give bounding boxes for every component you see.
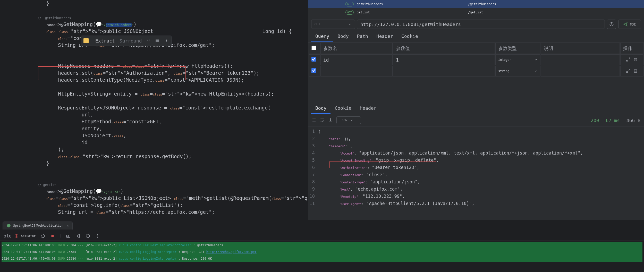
- code-line: headers.set(class="str">"Authorization",…: [12, 70, 308, 76]
- chevron-down-icon: [348, 22, 352, 26]
- svg-point-11: [7, 224, 11, 227]
- resp-tab-body[interactable]: Body: [311, 103, 331, 114]
- method-badge: GET: [345, 2, 354, 6]
- code-line: class="const">log.info(class="str">"getL…: [12, 202, 308, 209]
- svg-point-4: [166, 40, 167, 41]
- code-line: );: [12, 146, 308, 153]
- param-checkbox[interactable]: [311, 57, 316, 62]
- delete-icon[interactable]: [633, 57, 638, 63]
- expand-icon[interactable]: [626, 69, 631, 74]
- param-type-select[interactable]: integer: [498, 58, 538, 62]
- code-line: // getList: [12, 181, 308, 188]
- svg-point-16: [68, 235, 69, 237]
- svg-rect-14: [51, 235, 54, 237]
- svg-line-8: [626, 60, 628, 61]
- surround-action[interactable]: Surround: [120, 38, 142, 44]
- param-checkbox[interactable]: [311, 68, 316, 73]
- param-desc-cell[interactable]: [541, 66, 620, 76]
- tab-query[interactable]: Query: [311, 31, 333, 42]
- code-line: [12, 56, 308, 63]
- code-line: // getWithHeaders: [12, 14, 308, 21]
- param-name-cell[interactable]: id: [320, 54, 393, 65]
- json-line: 9 "Host": "echo.apifox.com",: [308, 186, 644, 193]
- json-line: 4 "Accept": "application/json, applicati…: [308, 150, 644, 157]
- chevron-down-icon: [350, 118, 353, 122]
- scroll-icon[interactable]: [85, 233, 91, 239]
- http-method-select[interactable]: GET: [311, 20, 355, 29]
- close-icon[interactable]: ×: [67, 224, 69, 227]
- resp-tab-header[interactable]: Header: [355, 103, 380, 114]
- expand-icon[interactable]: [626, 57, 631, 63]
- actuator-button[interactable]: Actuator: [14, 234, 36, 238]
- wrap-icon[interactable]: [320, 118, 325, 123]
- code-line: [12, 49, 308, 56]
- format-select[interactable]: JSON: [336, 116, 361, 124]
- format-icon[interactable]: [312, 118, 316, 123]
- response-tabs[interactable]: BodyCookieHeader: [308, 103, 644, 114]
- col-value: 参数值: [393, 43, 495, 54]
- rerun-button[interactable]: [40, 233, 46, 239]
- code-line: HttpEntity<String> entity = class=class=…: [12, 90, 308, 97]
- code-line: class=class="str">"kw">public List<JSONO…: [12, 195, 308, 202]
- delete-icon[interactable]: [633, 69, 638, 74]
- kebab-icon[interactable]: [95, 233, 100, 239]
- param-desc-cell[interactable]: [541, 54, 620, 65]
- exit-icon[interactable]: [75, 233, 81, 239]
- spring-icon: [6, 223, 11, 228]
- camera-icon[interactable]: [65, 233, 71, 239]
- json-line: 8 "Content-Type": "application/json",: [308, 178, 644, 186]
- tab-header[interactable]: Header: [372, 31, 397, 42]
- code-line: ResponseEntity<JSONObject> response = cl…: [12, 104, 308, 111]
- send-button[interactable]: 发送: [618, 20, 641, 29]
- kebab-icon[interactable]: [164, 38, 169, 44]
- status-code: 200: [591, 118, 599, 123]
- param-value-cell[interactable]: [393, 66, 495, 76]
- code-line: [12, 167, 308, 174]
- param-type-select[interactable]: string: [498, 69, 538, 73]
- endpoint-row[interactable]: GETgetList/getList: [308, 8, 644, 16]
- param-row: string: [309, 66, 643, 76]
- stop-button[interactable]: [50, 233, 55, 239]
- code-editor[interactable]: } // getWithHeaders "anno">@GetMapping(💬…: [12, 0, 308, 220]
- resp-tab-cookie[interactable]: Cookie: [331, 103, 355, 114]
- code-line: class=class="str">"kw">return response.g…: [12, 153, 308, 160]
- code-line: id: [12, 139, 308, 146]
- response-body[interactable]: 1{2 "args": {},3 "headers": {4 "Accept":…: [308, 126, 644, 209]
- download-icon[interactable]: [328, 118, 333, 123]
- code-line: "anno">@GetMapping(💬"/getWithHeaders"): [12, 21, 308, 28]
- svg-point-19: [97, 235, 98, 236]
- request-tabs[interactable]: QueryBodyPathHeaderCookie: [308, 31, 644, 42]
- separator: //: [147, 39, 150, 42]
- param-value-cell[interactable]: 1: [393, 54, 495, 65]
- json-line: 1{: [308, 128, 644, 135]
- endpoint-row[interactable]: GETgetWithHeaders/getWithHeaders: [308, 0, 644, 8]
- run-config-tab[interactable]: SpringBoot304WebApplication ×: [3, 222, 73, 230]
- endpoint-path: /getList: [468, 11, 483, 14]
- tab-cookie[interactable]: Cookie: [397, 31, 422, 42]
- code-line: headers.setContentType(MediaType.class="…: [12, 76, 308, 83]
- param-name-cell[interactable]: [320, 66, 393, 76]
- svg-point-13: [16, 235, 17, 236]
- tab-body[interactable]: Body: [333, 31, 353, 42]
- code-line: [12, 83, 308, 90]
- json-line: 7 "Connection": "close",: [308, 171, 644, 178]
- code-line: String url = class="str">"https://echo.a…: [12, 209, 308, 216]
- history-button[interactable]: [607, 20, 616, 29]
- url-input[interactable]: [357, 20, 605, 29]
- intention-actions-popup[interactable]: Extract Surround //: [81, 36, 172, 46]
- svg-line-10: [626, 71, 628, 72]
- extract-action[interactable]: Extract: [95, 38, 115, 44]
- json-line: 2 "args": {},: [308, 135, 644, 142]
- endpoints-list[interactable]: GETgetWithHeaders/getWithHeadersGETgetLi…: [308, 0, 644, 16]
- console-output[interactable]: 2024-12-01T17:41:06.413+08:00 INFO 25384…: [0, 241, 644, 263]
- svg-point-3: [166, 39, 167, 39]
- json-line: 6 "Authorization": "Bearer token123",: [308, 164, 644, 171]
- code-line: "anno">@GetMapping(💬"/getList"): [12, 188, 308, 195]
- svg-point-20: [97, 237, 98, 237]
- tab-path[interactable]: Path: [353, 31, 372, 42]
- console-line: 2024-12-01T17:41:06.414+08:00 INFO 25384…: [2, 249, 642, 255]
- select-all-checkbox[interactable]: [311, 46, 316, 50]
- code-line: }: [12, 160, 308, 167]
- console-line: 2024-12-01T17:41:06.413+08:00 INFO 25384…: [2, 242, 642, 249]
- list-icon[interactable]: [155, 38, 159, 44]
